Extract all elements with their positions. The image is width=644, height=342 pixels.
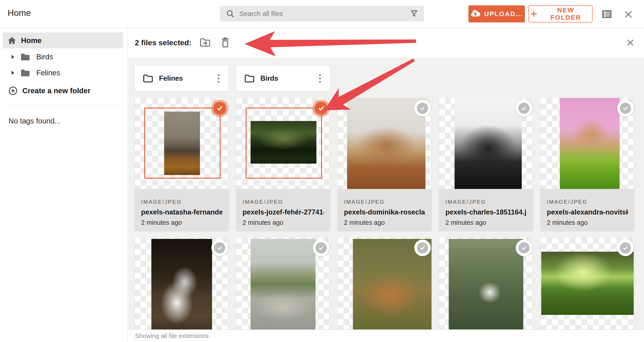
file-thumbnail-area — [540, 98, 634, 189]
selection-checkmark-unselected[interactable] — [617, 100, 634, 117]
selection-checkmark-unselected[interactable] — [516, 100, 532, 117]
selection-checkmark-unselected[interactable] — [212, 240, 228, 256]
sidebar-item-felines[interactable]: Felines — [3, 65, 123, 81]
search-bar[interactable] — [220, 6, 424, 22]
thumbnail-seagulls-on-railing — [151, 239, 212, 330]
folder-card-label: Birds — [260, 74, 278, 83]
trash-icon[interactable] — [221, 37, 230, 48]
sidebar: Home Birds Felines — [0, 28, 128, 342]
folder-icon — [20, 53, 30, 61]
file-time: 2 minutes ago — [547, 219, 628, 226]
no-tags-message: No tags found... — [8, 117, 61, 125]
header-bar: Home UPLOAD... NEW FOLDER — [0, 0, 644, 28]
expand-caret-icon[interactable] — [11, 70, 15, 75]
sidebar-item-label: Home — [21, 36, 42, 45]
check-icon — [622, 105, 629, 112]
thumbnail-dog-in-green-coat — [560, 98, 620, 189]
file-type: IMAGE/JPEG — [344, 199, 425, 205]
folder-icon — [20, 69, 30, 77]
move-to-folder-icon[interactable] — [200, 38, 210, 47]
sidebar-item-birds[interactable]: Birds — [3, 49, 123, 65]
file-type: IMAGE/JPEG — [547, 199, 628, 205]
sidebar-item-label: Birds — [36, 53, 53, 61]
new-folder-button[interactable]: NEW FOLDER — [528, 5, 592, 23]
create-new-folder-button[interactable]: Create a new folder — [3, 83, 123, 99]
folder-card-felines[interactable]: Felines — [135, 66, 228, 91]
list-view-icon[interactable] — [602, 10, 612, 18]
sidebar-item-home[interactable]: Home — [3, 33, 123, 48]
file-card[interactable]: IMAGE/JPEG pexels-charles-1851164.jpg 2 … — [439, 98, 533, 231]
create-folder-label: Create a new folder — [22, 87, 90, 95]
file-time: 2 minutes ago — [446, 219, 527, 226]
file-card[interactable] — [540, 238, 634, 330]
file-card[interactable] — [135, 238, 228, 330]
file-thumbnail-area — [439, 238, 533, 330]
file-manager-window: Home UPLOAD... NEW FOLDER — [0, 0, 644, 342]
upload-button-label: UPLOAD... — [484, 10, 523, 18]
file-type: IMAGE/JPEG — [141, 199, 222, 205]
selection-checkmark-unselected[interactable] — [313, 240, 330, 256]
file-time: 2 minutes ago — [344, 219, 425, 226]
file-thumbnail-area — [540, 238, 634, 330]
search-icon — [226, 10, 234, 18]
check-icon — [216, 244, 223, 251]
kebab-menu-icon[interactable] — [218, 74, 220, 83]
check-icon — [622, 244, 629, 251]
folder-icon — [143, 74, 153, 83]
file-thumbnail-area — [338, 238, 432, 330]
file-card[interactable]: IMAGE/JPEG pexels-natasha-fernandez-733.… — [135, 98, 228, 231]
file-thumbnail-area — [135, 238, 228, 330]
annotation-arrow-to-toolbar-icons — [244, 31, 416, 57]
search-input[interactable] — [239, 10, 410, 18]
file-time: 2 minutes ago — [141, 219, 222, 226]
selection-checkmark-selected[interactable] — [312, 100, 330, 117]
sidebar-divider — [6, 105, 121, 106]
thumbnail-black-pug — [454, 98, 522, 189]
folder-card-birds[interactable]: Birds — [236, 66, 330, 91]
folder-card-label: Felines — [159, 74, 183, 83]
expand-caret-icon[interactable] — [11, 55, 15, 59]
check-icon — [419, 105, 426, 112]
selection-checkmark-unselected[interactable] — [414, 100, 431, 117]
filter-funnel-icon[interactable] — [410, 10, 418, 18]
file-type: IMAGE/JPEG — [446, 199, 527, 205]
file-card[interactable] — [338, 238, 432, 330]
check-icon — [520, 244, 527, 251]
file-card[interactable]: IMAGE/JPEG pexels-alexandra-novitskaya-2… — [540, 98, 634, 231]
status-bar-text: Showing all file extensions. — [135, 332, 210, 339]
file-name: pexels-natasha-fernandez-733... — [141, 208, 222, 216]
thumbnail-dog-fetching-stick-in-water — [250, 121, 316, 164]
clear-selection-icon[interactable] — [626, 39, 634, 47]
file-thumbnail-area — [135, 98, 228, 189]
file-meta: IMAGE/JPEG pexels-alexandra-novitskaya-2… — [540, 189, 634, 231]
file-card[interactable] — [439, 238, 533, 330]
close-icon[interactable] — [624, 10, 633, 19]
file-type: IMAGE/JPEG — [242, 199, 324, 205]
folder-icon — [244, 74, 254, 83]
home-icon — [7, 36, 16, 45]
file-time: 2 minutes ago — [242, 219, 324, 226]
page-title: Home — [8, 8, 31, 18]
plus-circle-icon — [8, 86, 18, 95]
upload-button[interactable]: UPLOAD... — [468, 5, 525, 23]
selection-checkmark-selected[interactable] — [211, 100, 228, 117]
check-icon — [318, 244, 324, 251]
selection-checkmark-unselected[interactable] — [516, 240, 532, 256]
file-name: pexels-charles-1851164.jpg — [446, 208, 527, 216]
file-meta: IMAGE/JPEG pexels-natasha-fernandez-733.… — [135, 189, 228, 231]
thumbnail-lambs-in-grass — [541, 252, 634, 315]
file-card[interactable] — [236, 238, 330, 330]
kebab-menu-icon[interactable] — [319, 74, 321, 83]
selection-checkmark-unselected[interactable] — [414, 240, 431, 256]
file-card[interactable]: IMAGE/JPEG pexels-dominika-roseclay-8952… — [338, 98, 432, 231]
file-meta: IMAGE/JPEG pexels-dominika-roseclay-8952… — [338, 189, 432, 231]
selection-count-text: 2 files selected: — [135, 38, 192, 47]
file-name: pexels-jozef-fehér-2774140.jpg — [242, 208, 324, 216]
file-thumbnail-area — [439, 98, 533, 189]
file-card[interactable]: IMAGE/JPEG pexels-jozef-fehér-2774140.jp… — [236, 98, 330, 231]
plus-icon — [530, 10, 538, 18]
sidebar-item-label: Felines — [36, 69, 60, 77]
file-name: pexels-dominika-roseclay-8952... — [344, 208, 425, 216]
selection-checkmark-unselected[interactable] — [617, 240, 634, 256]
thumbnail-dog-with-party-hat — [164, 112, 200, 175]
